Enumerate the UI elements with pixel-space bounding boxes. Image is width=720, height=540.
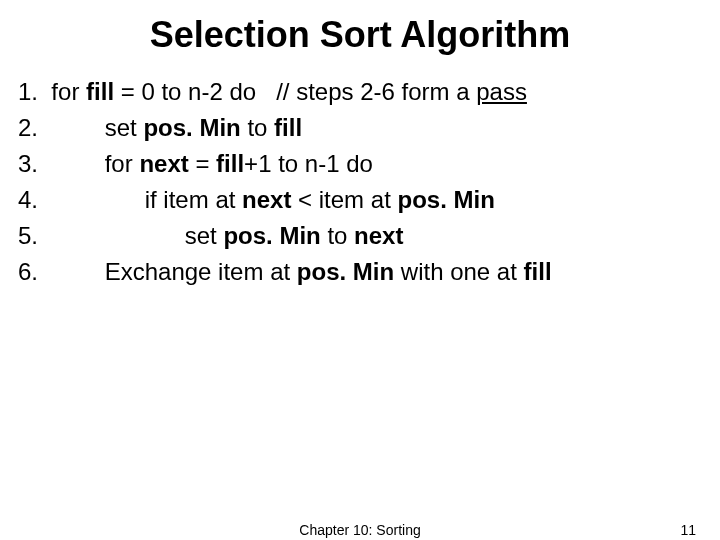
- slide-title: Selection Sort Algorithm: [0, 0, 720, 74]
- step-2: 2. set pos. Min to fill: [18, 110, 720, 146]
- step-4: 4. if item at next < item at pos. Min: [18, 182, 720, 218]
- step-3: 3. for next = fill+1 to n-1 do: [18, 146, 720, 182]
- step-5: 5. set pos. Min to next: [18, 218, 720, 254]
- algorithm-body: 1. for fill = 0 to n-2 do // steps 2-6 f…: [0, 74, 720, 290]
- page-number: 11: [680, 522, 696, 538]
- step-1: 1. for fill = 0 to n-2 do // steps 2-6 f…: [18, 74, 720, 110]
- footer-chapter: Chapter 10: Sorting: [299, 522, 420, 538]
- step-6: 6. Exchange item at pos. Min with one at…: [18, 254, 720, 290]
